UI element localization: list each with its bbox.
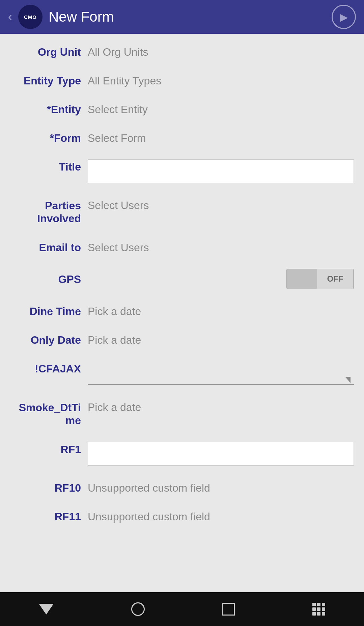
bottom-nav [0, 592, 364, 626]
page-title: New Form [49, 9, 114, 25]
label-rf11: RF11 [10, 509, 88, 523]
field-row-entity-type: Entity Type All Entity Types [0, 66, 364, 95]
label-org-unit: Org Unit [10, 45, 88, 58]
field-row-rf1: RF1 [0, 435, 364, 473]
value-entity-type[interactable]: All Entity Types [88, 73, 354, 87]
cfajax-input[interactable] [88, 361, 354, 385]
label-cfajax: !CFAJAX [10, 361, 88, 375]
label-only-date: Only Date [10, 333, 88, 346]
label-gps: GPS [10, 272, 88, 286]
field-row-rf10: RF10 Unsupported custom field [0, 473, 364, 502]
field-row-form: *Form Select Form [0, 123, 364, 152]
field-row-entity: *Entity Select Entity [0, 95, 364, 123]
cfajax-dropdown-icon [345, 377, 351, 383]
field-row-smoke-dttime: Smoke_DtTime Pick a date [0, 392, 364, 435]
value-smoke-dttime[interactable]: Pick a date [88, 400, 354, 414]
field-row-dine-time: Dine Time Pick a date [0, 296, 364, 325]
app-header: ‹ CMO New Form ▶ [0, 0, 364, 34]
field-row-email-to: Email to Select Users [0, 233, 364, 261]
field-row-org-unit: Org Unit All Org Units [0, 37, 364, 66]
title-input[interactable] [88, 159, 354, 183]
field-row-title: Title [0, 152, 364, 190]
header-left: ‹ CMO New Form [8, 5, 114, 29]
label-entity: *Entity [10, 102, 88, 116]
form-content: Org Unit All Org Units Entity Type All E… [0, 34, 364, 592]
label-email-to: Email to [10, 240, 88, 254]
label-form: *Form [10, 131, 88, 145]
field-row-gps: GPS OFF [0, 261, 364, 296]
label-dine-time: Dine Time [10, 304, 88, 318]
value-rf11: Unsupported custom field [88, 509, 354, 523]
field-row-parties: PartiesInvolved Select Users [0, 190, 364, 233]
value-rf10: Unsupported custom field [88, 480, 354, 494]
value-dine-time[interactable]: Pick a date [88, 304, 354, 318]
cfajax-field [88, 361, 354, 385]
play-button[interactable]: ▶ [332, 5, 356, 29]
nav-apps-button[interactable] [312, 603, 325, 616]
gps-toggle[interactable]: OFF [286, 269, 354, 289]
value-org-unit[interactable]: All Org Units [88, 45, 354, 58]
rf1-input[interactable] [88, 442, 354, 466]
field-row-cfajax: !CFAJAX [0, 354, 364, 392]
field-row-only-date: Only Date Pick a date [0, 325, 364, 354]
value-only-date[interactable]: Pick a date [88, 333, 354, 346]
label-entity-type: Entity Type [10, 73, 88, 87]
nav-back-button[interactable] [39, 604, 54, 615]
value-email-to[interactable]: Select Users [88, 240, 354, 254]
label-rf10: RF10 [10, 480, 88, 494]
label-parties: PartiesInvolved [10, 198, 88, 225]
label-rf1: RF1 [10, 442, 88, 456]
nav-home-button[interactable] [131, 602, 145, 616]
value-form[interactable]: Select Form [88, 131, 354, 145]
toggle-off-label: OFF [317, 269, 354, 289]
nav-recent-button[interactable] [222, 603, 235, 616]
app-logo: CMO [18, 5, 43, 29]
value-parties[interactable]: Select Users [88, 198, 354, 212]
back-button[interactable]: ‹ [8, 10, 12, 24]
field-row-rf11: RF11 Unsupported custom field [0, 502, 364, 530]
label-title: Title [10, 159, 88, 173]
label-smoke-dttime: Smoke_DtTime [10, 400, 88, 427]
gps-toggle-container: OFF [88, 269, 354, 289]
value-entity[interactable]: Select Entity [88, 102, 354, 116]
